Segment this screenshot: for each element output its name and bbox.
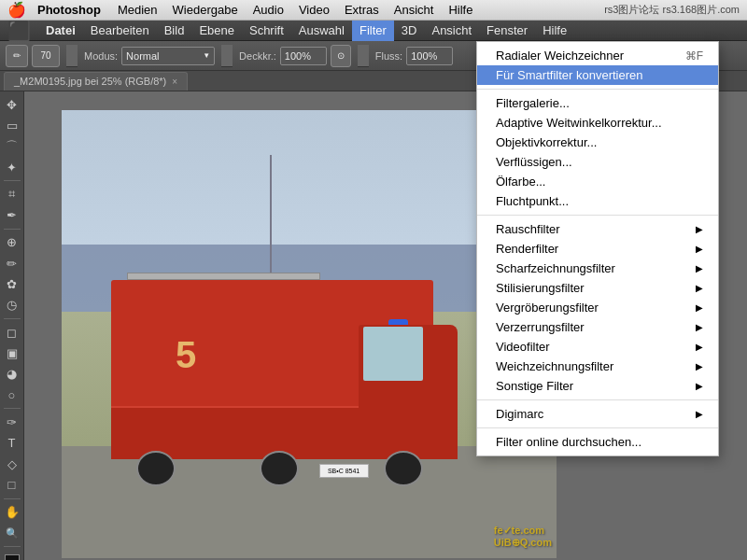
deckkr-label: Deckkr.: [239,50,276,62]
menu-ansicht[interactable]: Ansicht [387,0,442,21]
menu-wiedergabe[interactable]: Wiedergabe [165,0,246,21]
ps-menu-ansicht[interactable]: Ansicht [424,21,479,41]
menu-medien[interactable]: Medien [110,0,165,21]
tab-close-btn[interactable]: × [172,77,177,87]
filter-menu-digimarc[interactable]: Digimarc ▶ [477,404,718,424]
filter-scharfzeichnung-arrow: ▶ [696,263,703,273]
filter-menu-verfluessigen[interactable]: Verflüssigen... [477,152,718,172]
filter-sonstige-arrow: ▶ [696,381,703,391]
tool-lasso[interactable]: ⌒ [2,137,22,156]
filter-objektiv-label: Objektivkorrektur... [496,135,597,149]
tool-magic-wand[interactable]: ✦ [2,158,22,176]
tool-move[interactable]: ✥ [2,95,22,114]
menu-hilfe[interactable]: Hilfe [441,0,480,21]
menu-video[interactable]: Video [291,0,337,21]
tool-history[interactable]: ◷ [2,296,22,315]
filter-menu-rauschfilter[interactable]: Rauschfilter ▶ [477,219,718,239]
truck-ladder [127,273,320,280]
filter-menu-objektiv[interactable]: Objektivkorrektur... [477,133,718,152]
filter-stilisierung-label: Stilisierungsfilter [496,281,585,295]
filter-radialer-shortcut: ⌘F [667,49,703,63]
ps-logo-icon: ⬛ [7,20,31,42]
tool-path[interactable]: ◇ [2,455,22,473]
tool-eraser[interactable]: ◻ [2,323,22,342]
filter-vergroberung-arrow: ▶ [696,302,703,313]
deckkr-input[interactable]: 100% [280,47,327,65]
tool-dodge[interactable]: ○ [2,385,22,404]
filter-menu-online[interactable]: Filter online durchsuchen... [477,432,718,452]
tool-gradient[interactable]: ▣ [2,343,22,362]
tool-type[interactable]: T [2,434,22,453]
app-name: Photoshop [37,3,101,17]
truck-light [388,319,408,325]
right-info: rs3图片论坛 rs3.168图片.com [604,3,740,17]
ps-menu-fenster[interactable]: Fenster [479,21,535,41]
filter-vergroberung-label: Vergröberungsfilter [496,301,599,315]
filter-menu-stilisierung[interactable]: Stilisierungsfilter ▶ [477,278,718,298]
ps-menu-ebene[interactable]: Ebene [191,21,242,41]
tool-heal[interactable]: ⊕ [2,233,22,252]
filter-menu-adaptiv[interactable]: Adaptive Weitwinkelkorrektur... [477,113,718,133]
ps-menu-filter[interactable]: Filter [352,21,394,41]
modus-dropdown-arrow: ▼ [203,51,210,60]
filter-menu-radialer[interactable]: Radialer Weichzeichner ⌘F [477,46,718,65]
ps-menu-bearbeiten[interactable]: Bearbeiten [83,21,157,41]
tool-zoom[interactable]: 🔍 [2,524,22,542]
foreground-color[interactable] [5,554,20,560]
filter-menu-vergroberung[interactable]: Vergröberungsfilter ▶ [477,298,718,317]
filter-menu-smartfilter[interactable]: Für Smartfilter konvertieren [477,65,718,85]
ps-menu-bild[interactable]: Bild [157,21,192,41]
brush-tool-btn[interactable]: ✏ [6,45,28,67]
tool-eyedropper[interactable]: ✒ [2,206,22,225]
filter-digimarc-arrow: ▶ [696,409,703,419]
apple-icon[interactable]: 🍎 [7,1,26,19]
filter-sonstige-label: Sonstige Filter [496,379,573,393]
tool-pen[interactable]: ✑ [2,413,22,431]
brush-preset-btn[interactable]: 70 [32,45,60,67]
tool-sep-4 [4,408,21,409]
filter-menu-verzerrung[interactable]: Verzerrungsfilter ▶ [477,317,718,337]
toolbar-sep-2 [221,45,233,67]
tool-clone[interactable]: ✿ [2,274,22,293]
filter-menu-scharfzeichnung[interactable]: Scharfzeichnungsfilter ▶ [477,259,718,278]
filter-menu-weichzeichnung[interactable]: Weichzeichnungsfilter ▶ [477,357,718,376]
filter-menu-filtergalerie[interactable]: Filtergalerie... [477,93,718,113]
truck-wheel-1 [136,451,176,486]
menu-extras[interactable]: Extras [337,0,387,21]
tool-marquee[interactable]: ▭ [2,116,22,134]
ps-menu-3d[interactable]: 3D [394,21,425,41]
filter-menu-fluchtpunkt[interactable]: Fluchtpunkt... [477,191,718,211]
modus-dropdown[interactable]: Normal ▼ [121,47,215,65]
fluss-input[interactable]: 100% [406,47,453,65]
road-background [62,446,557,558]
filter-rauschfilter-arrow: ▶ [696,224,703,234]
toolbar-sep-1 [66,45,78,67]
truck-window [363,327,423,381]
filter-oelfarbe-label: Ölfarbe... [496,175,545,189]
filter-menu-videofilter[interactable]: Videofilter ▶ [477,337,718,357]
ps-menu-auswahl[interactable]: Auswahl [291,21,352,41]
tool-brush[interactable]: ✏ [2,254,22,273]
brush-size-value: 70 [40,50,50,61]
document-tab[interactable]: _M2M0195.jpg bei 25% (RGB/8*) × [4,72,188,91]
filter-weichzeichnung-label: Weichzeichnungsfilter [496,359,613,373]
ps-menu-schrift[interactable]: Schrift [242,21,291,41]
tool-sep-6 [4,546,21,547]
filter-menu-sonstige[interactable]: Sonstige Filter ▶ [477,376,718,396]
ps-menu-hilfe[interactable]: Hilfe [535,21,574,41]
modus-value: Normal [126,50,159,62]
tool-shape[interactable]: □ [2,475,22,494]
filter-menu-renderfilter[interactable]: Renderfilter ▶ [477,239,718,259]
filter-filtergalerie-label: Filtergalerie... [496,96,570,110]
tool-hand[interactable]: ✋ [2,503,22,522]
tool-blur[interactable]: ◕ [2,365,22,384]
menu-audio[interactable]: Audio [246,0,291,21]
filter-menu-oelfarbe[interactable]: Ölfarbe... [477,172,718,191]
filter-fluchtpunkt-label: Fluchtpunkt... [496,194,569,208]
airbrush-btn[interactable]: ⊙ [331,45,351,67]
filter-rauschfilter-label: Rauschfilter [496,222,560,236]
filter-verzerrung-label: Verzerrungsfilter [496,320,585,334]
tool-crop[interactable]: ⌗ [2,185,22,203]
filter-online-label: Filter online durchsuchen... [496,435,641,449]
ps-menu-datei[interactable]: Datei [38,21,83,41]
